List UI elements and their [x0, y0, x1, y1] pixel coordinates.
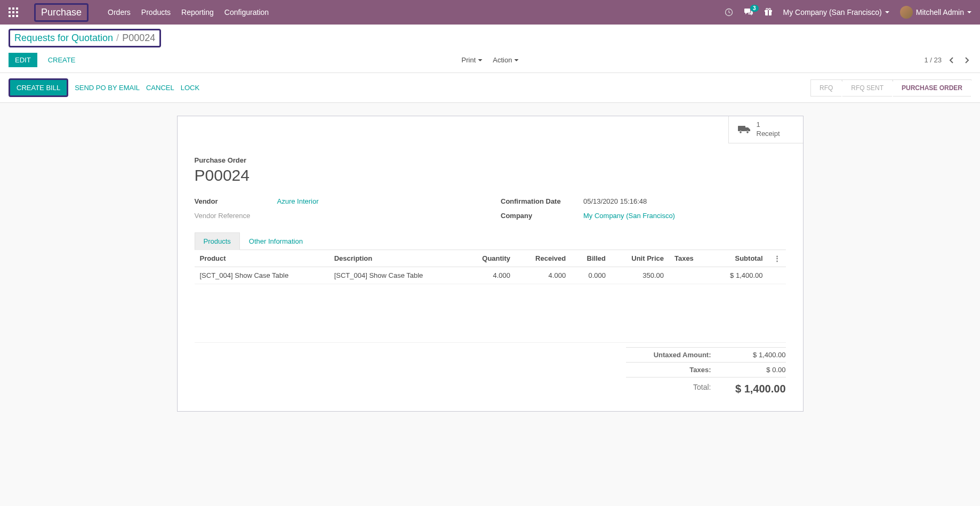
- notebook: Products Other Information Product Descr…: [195, 232, 786, 398]
- svg-point-4: [766, 9, 768, 11]
- tab-other-information[interactable]: Other Information: [240, 232, 312, 250]
- cell-description: [SCT_004] Show Case Table: [329, 267, 463, 284]
- receipt-count: 1: [757, 121, 780, 130]
- company-selector[interactable]: My Company (San Francisco): [783, 8, 889, 17]
- cell-billed: 0.000: [571, 267, 611, 284]
- control-panel: Requests for Quotation / P00024 Edit Cre…: [0, 25, 980, 73]
- table-row[interactable]: [SCT_004] Show Case Table [SCT_004] Show…: [195, 267, 786, 284]
- svg-rect-6: [738, 126, 745, 131]
- total-label: Total:: [626, 383, 733, 395]
- status-rfq-sent[interactable]: RFQ Sent: [842, 79, 893, 97]
- col-unit-price[interactable]: Unit Price: [611, 250, 669, 267]
- chevron-down-icon: [885, 11, 889, 13]
- company-label: Company: [501, 212, 583, 220]
- cell-quantity: 4.000: [463, 267, 516, 284]
- chevron-down-icon: [478, 59, 482, 61]
- form-title-label: Purchase Order: [195, 156, 786, 164]
- col-options-icon[interactable]: ⋮: [768, 250, 786, 267]
- company-name: My Company (San Francisco): [783, 8, 882, 17]
- conversations-icon[interactable]: 3: [744, 8, 753, 17]
- confirmation-date-label: Confirmation Date: [501, 197, 583, 205]
- status-purchase-order[interactable]: Purchase Order: [893, 79, 971, 97]
- cell-unit-price: 350.00: [611, 267, 669, 284]
- avatar: [900, 6, 913, 19]
- conversations-badge: 3: [750, 5, 759, 12]
- main-menu: Orders Products Reporting Configuration: [108, 8, 269, 17]
- breadcrumb-current: P00024: [122, 33, 155, 44]
- untaxed-label: Untaxed Amount:: [626, 351, 733, 359]
- create-button[interactable]: Create: [42, 53, 82, 67]
- breadcrumb-parent[interactable]: Requests for Quotation: [14, 33, 113, 44]
- svg-point-7: [739, 131, 742, 134]
- status-steps: RFQ RFQ Sent Purchase Order: [810, 79, 971, 97]
- vendor-value[interactable]: Azure Interior: [277, 197, 319, 205]
- user-menu[interactable]: Mitchell Admin: [900, 6, 971, 19]
- menu-products[interactable]: Products: [141, 8, 171, 17]
- gift-icon[interactable]: [764, 8, 773, 17]
- col-received[interactable]: Received: [516, 250, 571, 267]
- svg-point-5: [768, 9, 770, 11]
- menu-reporting[interactable]: Reporting: [181, 8, 214, 17]
- menu-orders[interactable]: Orders: [108, 8, 131, 17]
- cancel-button[interactable]: Cancel: [146, 84, 174, 92]
- send-po-button[interactable]: Send PO by Email: [75, 84, 140, 92]
- pager-prev[interactable]: [947, 54, 957, 66]
- tab-products[interactable]: Products: [195, 232, 240, 250]
- col-taxes[interactable]: Taxes: [669, 250, 710, 267]
- user-name: Mitchell Admin: [916, 8, 964, 17]
- vendor-ref-label: Vendor Reference: [195, 212, 277, 220]
- receipt-stat-button[interactable]: 1 Receipt: [728, 116, 803, 143]
- company-value[interactable]: My Company (San Francisco): [583, 212, 675, 220]
- apps-icon[interactable]: [9, 7, 18, 17]
- status-bar: Create Bill Send PO by Email Cancel Lock…: [0, 73, 980, 103]
- truck-icon: [737, 124, 751, 135]
- app-title[interactable]: Purchase: [34, 3, 89, 22]
- breadcrumb: Requests for Quotation / P00024: [9, 29, 161, 47]
- svg-rect-3: [768, 10, 769, 15]
- taxes-value: $ 0.00: [733, 366, 786, 374]
- untaxed-value: $ 1,400.00: [733, 351, 786, 359]
- col-billed[interactable]: Billed: [571, 250, 611, 267]
- pager-value[interactable]: 1 / 23: [924, 56, 942, 64]
- menu-configuration[interactable]: Configuration: [224, 8, 269, 17]
- status-rfq[interactable]: RFQ: [810, 79, 842, 97]
- total-value: $ 1,400.00: [733, 383, 786, 395]
- vendor-label: Vendor: [195, 197, 277, 205]
- pager: 1 / 23: [924, 54, 971, 66]
- action-dropdown[interactable]: Action: [488, 54, 523, 66]
- totals: Untaxed Amount: $ 1,400.00 Taxes: $ 0.00…: [195, 347, 786, 398]
- button-box: 1 Receipt: [178, 116, 803, 143]
- create-bill-button[interactable]: Create Bill: [9, 78, 68, 97]
- edit-button[interactable]: Edit: [9, 53, 37, 67]
- chevron-down-icon: [514, 59, 518, 61]
- form-view: 1 Receipt Purchase Order P00024 Vendor A…: [0, 103, 980, 424]
- cell-subtotal: $ 1,400.00: [709, 267, 768, 284]
- clock-icon[interactable]: [725, 8, 733, 17]
- lock-button[interactable]: Lock: [181, 84, 199, 92]
- confirmation-date-value: 05/13/2020 15:16:48: [583, 197, 647, 205]
- form-sheet: 1 Receipt Purchase Order P00024 Vendor A…: [177, 116, 804, 412]
- chevron-down-icon: [967, 11, 971, 13]
- col-subtotal[interactable]: Subtotal: [709, 250, 768, 267]
- col-product[interactable]: Product: [195, 250, 329, 267]
- cell-taxes: [669, 267, 710, 284]
- cell-product: [SCT_004] Show Case Table: [195, 267, 329, 284]
- receipt-label: Receipt: [757, 130, 780, 139]
- svg-point-8: [746, 131, 749, 134]
- order-lines-table: Product Description Quantity Received Bi…: [195, 250, 786, 343]
- top-navbar: Purchase Orders Products Reporting Confi…: [0, 0, 980, 25]
- taxes-label: Taxes:: [626, 366, 733, 374]
- order-number: P00024: [195, 166, 786, 184]
- cell-received: 4.000: [516, 267, 571, 284]
- col-description[interactable]: Description: [329, 250, 463, 267]
- col-quantity[interactable]: Quantity: [463, 250, 516, 267]
- print-dropdown[interactable]: Print: [457, 54, 487, 66]
- pager-next[interactable]: [962, 54, 971, 66]
